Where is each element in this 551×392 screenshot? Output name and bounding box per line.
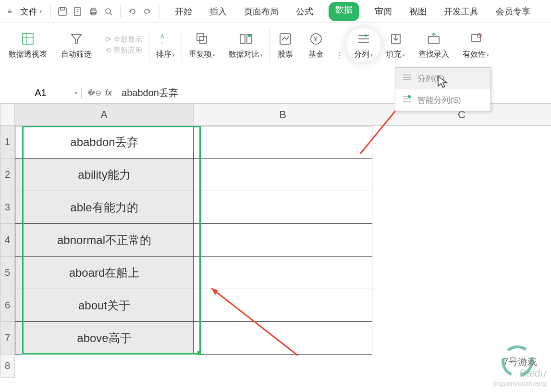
showall-button[interactable]: ⟳全部显示 (105, 35, 142, 44)
cell-c2[interactable] (372, 159, 551, 191)
cell-a6[interactable]: about关于 (15, 289, 194, 322)
tab-review[interactable]: 审阅 (373, 2, 394, 21)
dropdown-item-label: 智能分列(S) (417, 95, 461, 106)
col-header-a[interactable]: A (15, 104, 194, 126)
cell-c6[interactable] (372, 289, 551, 322)
tab-view[interactable]: 视图 (407, 2, 429, 21)
cell-a1[interactable]: ababdon丢弃 (15, 126, 194, 159)
select-all-corner[interactable] (0, 104, 15, 126)
name-box[interactable]: A1 (0, 87, 82, 98)
row-header-4[interactable]: 4 (0, 224, 15, 257)
compare-button[interactable]: 数据对比 (222, 30, 269, 60)
sort-button[interactable]: A↓ 排序 (149, 30, 182, 60)
spreadsheet-grid: 1 2 3 4 5 6 7 8 A B C ababdon丢弃 ability能… (0, 104, 551, 378)
svg-point-17 (248, 34, 251, 37)
stock-button[interactable]: 股票 (270, 30, 301, 60)
split-menu-icon (402, 73, 412, 85)
cell-a7[interactable]: above高于 (15, 322, 194, 355)
cell-b2[interactable] (194, 159, 372, 191)
showall-label: 全部显示 (113, 35, 142, 44)
find-label: 查找录入 (418, 49, 449, 60)
compare-label: 数据对比 (229, 49, 263, 60)
cell-b3[interactable] (194, 191, 372, 224)
tab-start[interactable]: 开始 (173, 2, 194, 21)
find-button[interactable]: 查找录入 (412, 30, 456, 60)
stock-icon (277, 30, 294, 48)
svg-rect-15 (240, 35, 245, 43)
dropdown-smart-split-s[interactable]: 智能分列(S) (395, 89, 490, 111)
tab-insert[interactable]: 插入 (208, 2, 229, 21)
dup-button[interactable]: 重复项 (182, 30, 222, 60)
preview-icon[interactable] (101, 4, 116, 19)
dropdown-split-e[interactable]: 分列(E) (395, 68, 490, 89)
fund-button[interactable]: ¥ 基金 (301, 30, 331, 60)
filter-options: ⟳全部显示 ⟲重新应用 (98, 35, 149, 55)
data-rows: ababdon丢弃 ability能力 able有能力的 abnormal不正常… (15, 126, 551, 355)
cell-b7[interactable] (194, 322, 372, 355)
tab-data[interactable]: 数据 (329, 2, 359, 21)
reapply-button[interactable]: ⟲重新应用 (105, 46, 142, 55)
row-header-2[interactable]: 2 (0, 159, 15, 191)
svg-rect-4 (91, 8, 95, 10)
dup-label: 重复项 (189, 49, 215, 60)
col-header-b[interactable]: B (194, 104, 372, 126)
new-icon[interactable] (70, 4, 86, 19)
menubar: ≡ 文件 开始 插入 页面布局 公式 数据 审阅 视图 开发工具 会员专享 (0, 0, 551, 23)
reapply-label: 重新应用 (113, 46, 142, 55)
autofilter-label: 自动筛选 (61, 49, 92, 60)
cell-a2[interactable]: ability能力 (15, 159, 194, 191)
svg-line-7 (110, 13, 112, 15)
dropdown-item-label: 分列(E) (417, 73, 445, 84)
cell-c4[interactable] (372, 224, 551, 257)
stock-label: 股票 (278, 49, 293, 60)
row-header-1[interactable]: 1 (0, 126, 15, 159)
tab-vip[interactable]: 会员专享 (494, 2, 532, 21)
cell-c3[interactable] (372, 191, 551, 224)
smart-split-icon (402, 94, 412, 106)
row-header-7[interactable]: 7 (0, 322, 15, 355)
valid-button[interactable]: 有效性 (456, 30, 496, 60)
pivot-label: 数据透视表 (9, 49, 47, 60)
cell-b5[interactable] (194, 257, 372, 289)
row-header-8[interactable]: 8 (0, 355, 15, 378)
svg-rect-18 (280, 34, 291, 44)
fill-button[interactable]: 填充 (380, 30, 412, 60)
more-icon[interactable]: ⋮ (331, 48, 347, 63)
save-icon[interactable] (55, 4, 70, 19)
row-header-6[interactable]: 6 (0, 289, 15, 322)
fund-label: 基金 (308, 49, 324, 60)
cell-a5[interactable]: aboard在船上 (15, 257, 194, 289)
svg-rect-13 (197, 34, 204, 40)
autofilter-button[interactable]: 自动筛选 (54, 30, 98, 60)
menu-icon[interactable]: ≡ (4, 7, 15, 16)
redo-icon[interactable] (140, 4, 155, 19)
split-icon (355, 30, 372, 48)
valid-icon (467, 30, 485, 48)
row-header-5[interactable]: 5 (0, 257, 15, 289)
print-icon[interactable] (86, 4, 101, 19)
svg-rect-0 (59, 8, 66, 15)
tab-dev[interactable]: 开发工具 (442, 2, 480, 21)
tab-layout[interactable]: 页面布局 (242, 2, 281, 21)
svg-text:7号游戏: 7号游戏 (503, 356, 537, 367)
split-dropdown: 分列(E) 智能分列(S) (395, 67, 491, 111)
cell-c1[interactable] (372, 126, 551, 159)
file-menu[interactable]: 文件 (15, 6, 47, 17)
svg-rect-25 (429, 37, 439, 43)
filter-icon (68, 30, 85, 48)
pivot-icon (19, 30, 37, 48)
cell-a3[interactable]: able有能力的 (15, 191, 194, 224)
fx-area: �⊖ fx (82, 88, 118, 98)
cell-b6[interactable] (194, 289, 372, 322)
cell-a4[interactable]: abnormal不正常的 (15, 224, 194, 257)
tab-formula[interactable]: 公式 (294, 2, 315, 21)
zoom-out-icon[interactable]: �⊖ (87, 88, 101, 98)
cell-b4[interactable] (194, 224, 372, 257)
pivot-button[interactable]: 数据透视表 (2, 30, 54, 60)
cell-c5[interactable] (372, 257, 551, 289)
split-button[interactable]: 分列 (347, 30, 380, 60)
undo-icon[interactable] (124, 4, 140, 19)
row-header-3[interactable]: 3 (0, 191, 15, 224)
cell-b1[interactable] (194, 126, 372, 159)
fx-icon[interactable]: fx (105, 88, 112, 98)
